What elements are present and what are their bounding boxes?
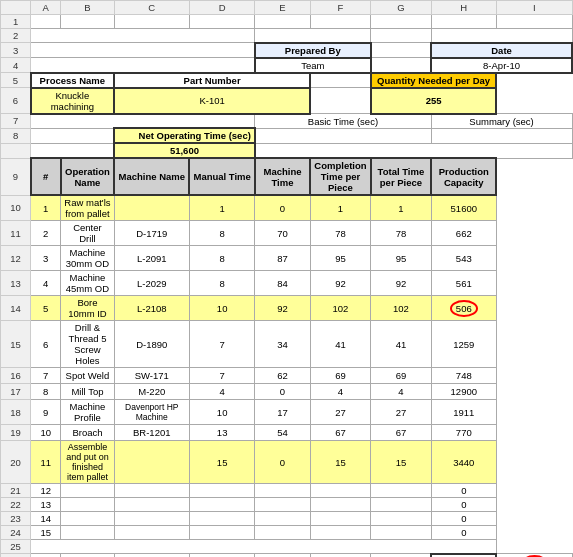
cell-a8b [31,143,114,158]
row5-num: 5 [31,296,61,321]
row4-op: Machine 45mm OD [61,271,114,296]
cell-b1 [61,15,114,29]
team-value: Team [255,58,371,73]
row-12-header: 12 [1,246,31,271]
row14-total [371,512,431,526]
row13-op [61,498,114,512]
row7-manual: 7 [189,368,254,384]
cell-c1 [114,15,189,29]
max-output-label: Max Output [431,554,496,558]
row6-op: Drill & Thread 5 Screw Holes [61,321,114,368]
cell-b26 [61,554,114,558]
row12-total [371,484,431,498]
summary-label: Summary (sec) [431,114,572,129]
cell-g26 [371,554,431,558]
row10-total: 67 [371,425,431,441]
row3-num: 3 [31,246,61,271]
data-row-1: 10 1 Raw mat'ls from pallet 1 0 1 1 5160… [1,195,573,221]
cell-a3 [31,43,255,58]
cell-e8 [255,128,431,143]
mach-name-header: Machine Name [114,158,189,195]
row10-prod: 770 [431,425,496,441]
col-e: E [255,1,310,15]
cell-d1 [189,15,254,29]
row15-total [371,526,431,540]
process-name-label: Process Name [31,73,114,88]
row3-op: Machine 30mm OD [61,246,114,271]
cell-i1 [496,15,572,29]
row5-prod: 506 [431,296,496,321]
row14-machine [255,512,310,526]
row8-mach: M-220 [114,384,189,400]
row-6-header: 6 [1,88,31,114]
row15-mach [114,526,189,540]
row1-manual: 1 [189,195,254,221]
row-11-header: 11 [1,221,31,246]
row9-total: 27 [371,400,431,425]
row13-mach [114,498,189,512]
cell-h8 [431,128,572,143]
data-row-9: 18 9 Machine Profile Davenport HP Machin… [1,400,573,425]
row1-prod: 51600 [431,195,496,221]
cell-a8 [31,128,114,143]
row8-manual: 4 [189,384,254,400]
row-2-header: 2 [1,29,31,43]
net-op-time-value: 51,600 [114,143,255,158]
row-25-header: 25 [1,540,31,554]
row3-completion: 95 [310,246,371,271]
row10-mach: BR-1201 [114,425,189,441]
row2-manual: 8 [189,221,254,246]
data-row-5: 14 5 Bore 10mm ID L-2108 10 92 102 102 5… [1,296,573,321]
row1-machine: 0 [255,195,310,221]
row8-num: 8 [31,384,61,400]
row3-manual: 8 [189,246,254,271]
row12-manual [189,484,254,498]
data-row-7: 16 7 Spot Weld SW-171 7 62 69 69 748 [1,368,573,384]
row11-manual: 15 [189,441,254,484]
row-7-header: 7 [1,114,31,129]
max-output-value: 506 [496,554,572,558]
cell-a1 [31,15,61,29]
row7-num: 7 [31,368,61,384]
row-20-header: 20 [1,441,31,484]
col-d: D [189,1,254,15]
circled-506: 506 [450,300,478,317]
date-value: 8-Apr-10 [431,58,572,73]
row2-op: Center Drill [61,221,114,246]
col-a: A [31,1,61,15]
row9-op: Machine Profile [61,400,114,425]
cell-a4 [31,58,255,73]
row-24-header: 24 [1,526,31,540]
qty-value: 255 [371,88,497,114]
row-10-header: 10 [1,195,31,221]
cell-f1 [310,15,371,29]
row-16-header: 16 [1,368,31,384]
row3-total: 95 [371,246,431,271]
qty-per-day-label: Quantity Needed per Day [371,73,497,88]
row11-completion: 15 [310,441,371,484]
empty-row-15: 24 15 0 [1,526,573,540]
row7-machine: 62 [255,368,310,384]
row-8-header: 8 [1,128,31,143]
row14-completion [310,512,371,526]
row8-machine: 0 [255,384,310,400]
row-15-header: 15 [1,321,31,368]
row2-total: 78 [371,221,431,246]
data-row-2: 11 2 Center Drill D-1719 8 70 78 78 662 [1,221,573,246]
row13-num: 13 [31,498,61,512]
cell-a7 [31,114,255,129]
row-23-header: 23 [1,512,31,526]
row10-manual: 13 [189,425,254,441]
col-g: G [371,1,431,15]
row7-prod: 748 [431,368,496,384]
row13-machine [255,498,310,512]
data-row-8: 17 8 Mill Top M-220 4 0 4 4 12900 [1,384,573,400]
cell-g2 [371,29,431,43]
col-c: C [114,1,189,15]
row11-op: Assemble and put on finished item pallet [61,441,114,484]
row4-total: 92 [371,271,431,296]
row7-total: 69 [371,368,431,384]
cell-g4 [371,58,431,73]
row6-mach: D-1890 [114,321,189,368]
row3-mach: L-2091 [114,246,189,271]
